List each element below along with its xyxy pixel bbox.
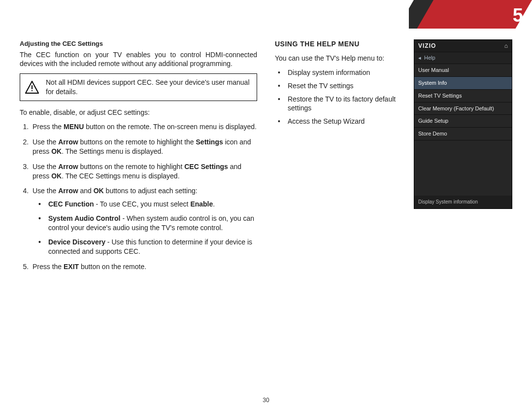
menu-topbar: VIZIO ⌂ — [414, 40, 512, 52]
menu-title: Help — [424, 54, 435, 62]
warning-callout: Not all HDMI devices support CEC. See yo… — [20, 73, 257, 101]
menu-item-clear-memory: Clear Memory (Factory Default) — [414, 103, 512, 115]
step-5: Press the EXIT button on the remote. — [31, 262, 257, 272]
help-intro: You can use the TV's Help menu to: — [275, 54, 405, 63]
cec-intro: The CEC function on your TV enables you … — [20, 50, 257, 69]
right-column: USING THE HELP MENU You can use the TV's… — [275, 39, 512, 391]
menu-item-store-demo: Store Demo — [414, 128, 512, 140]
menu-empty-space — [414, 140, 512, 196]
help-list: Display system information Reset the TV … — [275, 68, 405, 126]
menu-item-reset-tv: Reset TV Settings — [414, 90, 512, 103]
svg-rect-1 — [32, 90, 33, 91]
warning-text: Not all HDMI devices support CEC. See yo… — [46, 78, 251, 97]
help-item-3: Access the Setup Wizard — [285, 117, 405, 126]
tv-menu-screenshot: VIZIO ⌂ ◂ Help User Manual System Info R… — [414, 39, 512, 209]
cec-leadin: To enable, disable, or adjust CEC settin… — [20, 108, 257, 117]
home-icon: ⌂ — [504, 42, 508, 50]
cec-steps: Press the MENU button on the remote. The… — [20, 122, 257, 272]
menu-item-user-manual: User Manual — [414, 64, 512, 77]
chapter-number: 5 — [513, 3, 523, 28]
sub-system-audio: System Audio Control - When system audio… — [45, 214, 257, 233]
step-3: Use the Arrow buttons on the remote to h… — [31, 162, 257, 181]
menu-item-guide-setup: Guide Setup — [414, 115, 512, 128]
svg-rect-0 — [32, 85, 33, 89]
help-item-0: Display system information — [285, 68, 405, 77]
help-item-2: Restore the TV to its factory default se… — [285, 95, 405, 113]
menu-footer: Display System information — [414, 196, 512, 208]
menu-title-row: ◂ Help — [414, 52, 512, 64]
sub-device-discovery: Device Discovery - Use this function to … — [45, 238, 257, 256]
sub-cec-function: CEC Function - To use CEC, you must sele… — [45, 200, 257, 209]
warning-icon — [25, 81, 39, 94]
help-item-1: Reset the TV settings — [285, 81, 405, 91]
step-2: Use the Arrow buttons on the remote to h… — [31, 137, 257, 156]
step4-subitems: CEC Function - To use CEC, you must sele… — [33, 200, 257, 256]
step-4: Use the Arrow and OK buttons to adjust e… — [31, 186, 257, 256]
brand-logo: VIZIO — [418, 42, 436, 50]
back-icon: ◂ — [418, 54, 421, 62]
help-heading: USING THE HELP MENU — [275, 39, 405, 49]
left-column: Adjusting the CEC Settings The CEC funct… — [20, 39, 257, 391]
menu-item-system-info: System Info — [414, 77, 512, 90]
page-number: 30 — [0, 396, 532, 404]
cec-heading: Adjusting the CEC Settings — [20, 39, 257, 48]
step-1: Press the MENU button on the remote. The… — [31, 122, 257, 132]
chapter-tab: 5 — [409, 0, 532, 29]
